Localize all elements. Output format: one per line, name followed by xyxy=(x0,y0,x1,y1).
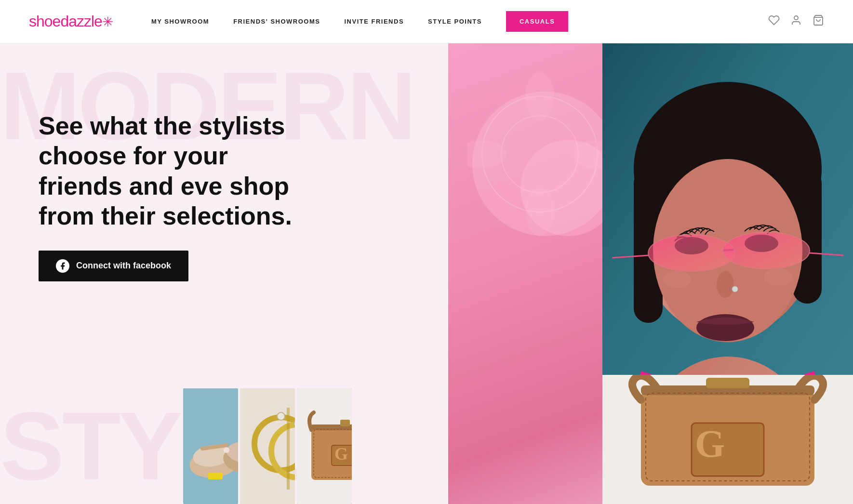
main-content: MODERN STYLE See what the stylists choos… xyxy=(0,43,853,504)
nav-friends-showrooms[interactable]: FRIENDS' SHOWROOMS xyxy=(233,18,320,25)
facebook-button-label: Connect with facebook xyxy=(76,261,171,271)
user-icon[interactable] xyxy=(790,14,802,29)
main-nav: MY SHOWROOM FRIENDS' SHOWROOMS INVITE FR… xyxy=(151,11,749,32)
nav-my-showroom[interactable]: MY SHOWROOM xyxy=(151,18,209,25)
svg-point-40 xyxy=(732,286,738,292)
hero-heading: See what the stylists choose for your fr… xyxy=(39,111,318,231)
svg-rect-22 xyxy=(340,420,350,426)
svg-point-52 xyxy=(764,268,793,286)
svg-point-29 xyxy=(525,188,554,236)
left-panel: MODERN STYLE See what the stylists choos… xyxy=(0,43,448,504)
bottom-right-bag: G xyxy=(602,375,853,504)
shoes-product-image[interactable] xyxy=(183,388,238,504)
header: shoedazzle✳ MY SHOWROOM FRIENDS' SHOWROO… xyxy=(0,0,853,43)
person-photo xyxy=(602,43,853,418)
svg-point-16 xyxy=(277,412,285,420)
product-grid: G xyxy=(0,388,448,504)
svg-point-10 xyxy=(224,447,229,453)
cart-icon[interactable] xyxy=(813,14,824,29)
svg-point-27 xyxy=(501,116,578,193)
hero-text: See what the stylists choose for your fr… xyxy=(39,111,410,281)
facebook-connect-button[interactable]: Connect with facebook xyxy=(39,251,188,281)
svg-text:G: G xyxy=(695,423,725,465)
wishlist-icon[interactable] xyxy=(768,14,780,29)
svg-text:G: G xyxy=(334,444,348,464)
facebook-icon xyxy=(56,259,69,273)
svg-point-30 xyxy=(467,140,506,169)
svg-line-46 xyxy=(723,250,735,251)
casuals-button[interactable]: CASUALS xyxy=(506,11,568,32)
svg-point-28 xyxy=(525,72,554,120)
svg-rect-56 xyxy=(706,378,749,388)
bag-product-image[interactable]: G xyxy=(297,388,352,504)
logo-asterisk: ✳ xyxy=(102,14,113,29)
svg-point-0 xyxy=(794,16,798,20)
svg-point-51 xyxy=(663,271,692,288)
logo[interactable]: shoedazzle✳ xyxy=(29,13,113,30)
svg-point-39 xyxy=(717,271,734,298)
svg-rect-13 xyxy=(240,388,295,504)
right-panel: G xyxy=(448,43,853,504)
nav-style-points[interactable]: STYLE POINTS xyxy=(428,18,482,25)
jewelry-product-image[interactable] xyxy=(240,388,295,504)
svg-rect-8 xyxy=(208,473,223,479)
nav-invite-friends[interactable]: INVITE FRIENDS xyxy=(344,18,404,25)
header-icons xyxy=(768,14,824,29)
